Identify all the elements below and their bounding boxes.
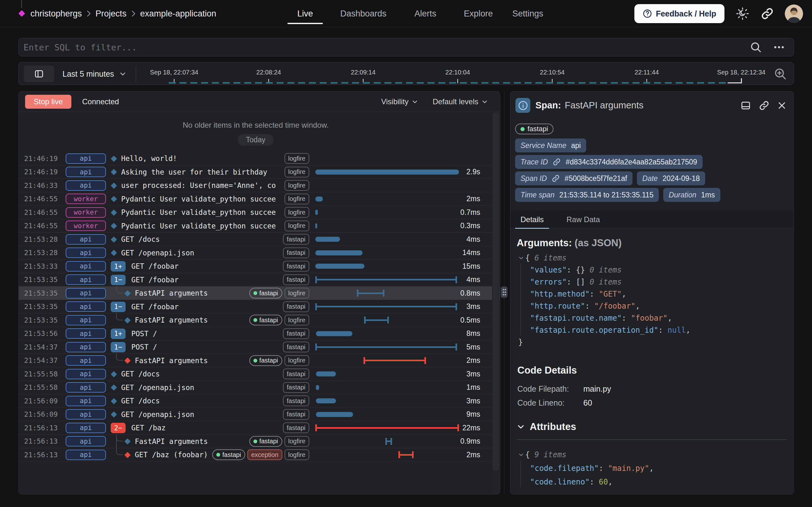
stop-live-button[interactable]: Stop live bbox=[25, 95, 71, 109]
share-link-icon[interactable] bbox=[761, 7, 774, 20]
collapse-badge[interactable]: 1− bbox=[111, 275, 125, 285]
logfire-logo-icon[interactable] bbox=[17, 9, 26, 18]
service-pill-api[interactable]: api bbox=[66, 153, 106, 164]
theme-toggle-icon[interactable] bbox=[735, 6, 750, 21]
service-pill-api[interactable]: api bbox=[66, 342, 106, 352]
collapse-badge[interactable]: 1+ bbox=[111, 329, 125, 339]
tag-fastapi[interactable]: fastapi bbox=[249, 355, 282, 366]
service-pill-api[interactable]: api bbox=[66, 355, 106, 366]
trace-row[interactable]: 21:53:28apiGET /docsfastapi4ms bbox=[19, 233, 500, 246]
trace-row[interactable]: 21:53:35apiFastAPI argumentsfastapilogfi… bbox=[19, 314, 500, 327]
span-duration-bar[interactable] bbox=[316, 385, 319, 390]
breadcrumb-projects[interactable]: Projects bbox=[96, 9, 126, 19]
service-pill-api[interactable]: api bbox=[66, 288, 106, 298]
span-duration-bar[interactable] bbox=[315, 237, 340, 242]
span-duration-bracket[interactable] bbox=[315, 424, 459, 431]
span-duration-bar[interactable] bbox=[315, 250, 362, 256]
trace-row[interactable]: 21:54:37api1−POST /fastapi5ms bbox=[19, 340, 500, 354]
tag-logfire[interactable]: logfire bbox=[285, 288, 309, 298]
trace-row[interactable]: 21:46:19apiHello, world!logfire bbox=[19, 152, 500, 165]
feedback-help-button[interactable]: Feedback / Help bbox=[635, 4, 724, 23]
trace-row[interactable]: 21:56:09apiGET /openapi.jsonfastapi9ms bbox=[19, 408, 500, 421]
link-icon[interactable] bbox=[553, 158, 561, 166]
trace-row[interactable]: 21:53:33api1+GET /foobarfastapi15ms bbox=[19, 260, 500, 273]
span-duration-bracket[interactable] bbox=[357, 290, 385, 297]
tab-live[interactable]: Live bbox=[287, 0, 323, 27]
search-icon[interactable] bbox=[750, 41, 762, 53]
service-tag-fastapi[interactable]: fastapi bbox=[515, 124, 554, 134]
tag-fastapi[interactable]: fastapi bbox=[249, 288, 282, 298]
trace-row[interactable]: 21:46:55workerPydantic User validate_pyt… bbox=[19, 219, 500, 233]
span-duration-bracket[interactable] bbox=[398, 451, 414, 458]
trace-row[interactable]: 21:46:55workerPydantic User validate_pyt… bbox=[19, 192, 500, 206]
tag-fastapi[interactable]: fastapi bbox=[283, 409, 309, 420]
trace-row[interactable]: 21:56:13api2−GET /bazfastapi22ms bbox=[19, 421, 500, 435]
tag-logfire[interactable]: logfire bbox=[285, 355, 309, 366]
service-pill-api[interactable]: api bbox=[66, 328, 106, 339]
trace-row[interactable]: 21:53:28apiGET /openapi.jsonfastapi14ms bbox=[19, 246, 500, 260]
tab-explore[interactable]: Explore bbox=[461, 0, 495, 27]
breadcrumb-project[interactable]: example-application bbox=[140, 9, 216, 19]
sidebar-toggle-button[interactable] bbox=[24, 66, 54, 82]
json-collapse-caret[interactable] bbox=[518, 452, 525, 458]
span-duration-bracket[interactable] bbox=[315, 276, 457, 283]
service-pill-api[interactable]: api bbox=[66, 247, 106, 258]
trace-row[interactable]: 21:56:13apiFastAPI argumentsfastapilogfi… bbox=[19, 435, 500, 448]
service-pill-api[interactable]: api bbox=[66, 409, 106, 419]
collapse-badge[interactable]: 1− bbox=[111, 342, 125, 352]
service-pill-api[interactable]: api bbox=[66, 396, 106, 406]
service-pill-api[interactable]: api bbox=[66, 436, 106, 447]
service-pill-worker[interactable]: worker bbox=[66, 207, 106, 218]
today-button[interactable]: Today bbox=[238, 134, 273, 146]
service-pill-worker[interactable]: worker bbox=[66, 193, 106, 204]
trace-row[interactable]: 21:53:35api1−GET /foobarfastapi4ms bbox=[19, 273, 500, 287]
tag-fastapi[interactable]: fastapi bbox=[212, 449, 245, 460]
span-duration-bracket[interactable] bbox=[364, 317, 389, 324]
attributes-section-toggle[interactable]: Attributes bbox=[517, 421, 576, 433]
time-range-dropdown[interactable]: Last 5 minutes bbox=[62, 62, 126, 85]
visibility-dropdown[interactable]: Visibility bbox=[381, 97, 418, 106]
span-duration-bar[interactable] bbox=[316, 398, 336, 403]
timeline-activity-track[interactable] bbox=[169, 82, 728, 83]
tag-fastapi[interactable]: fastapi bbox=[283, 261, 309, 272]
tag-fastapi[interactable]: fastapi bbox=[283, 274, 309, 285]
trace-row[interactable]: 21:55:58apiGET /openapi.jsonfastapi1ms bbox=[19, 381, 500, 395]
zoom-in-icon[interactable] bbox=[773, 67, 787, 81]
span-duration-bar[interactable] bbox=[315, 264, 364, 269]
tab-alerts[interactable]: Alerts bbox=[411, 0, 440, 27]
trace-row[interactable]: 21:46:19apiAsking the user for their bir… bbox=[19, 165, 500, 179]
span-duration-bracket[interactable] bbox=[315, 343, 457, 350]
service-pill-api[interactable]: api bbox=[66, 234, 106, 245]
dock-bottom-icon[interactable] bbox=[740, 100, 751, 111]
panel-resize-handle[interactable] bbox=[501, 286, 507, 298]
tag-fastapi[interactable]: fastapi bbox=[249, 436, 282, 447]
trace-row[interactable]: 21:55:58apiGET /docsfastapi3ms bbox=[19, 367, 500, 381]
span-duration-bracket[interactable] bbox=[363, 357, 426, 364]
span-duration-bracket[interactable] bbox=[386, 438, 392, 445]
trace-row[interactable]: 21:46:55workerPydantic User validate_pyt… bbox=[19, 206, 500, 219]
trace-row[interactable]: 21:53:56api1+POST /fastapi8ms bbox=[19, 327, 500, 341]
service-pill-api[interactable]: api bbox=[66, 315, 106, 326]
service-pill-api[interactable]: api bbox=[66, 301, 106, 312]
tag-fastapi[interactable]: fastapi bbox=[283, 395, 309, 406]
span-duration-bar[interactable] bbox=[315, 223, 317, 228]
detail-tab-details[interactable]: Details bbox=[515, 210, 549, 228]
trace-row[interactable]: 21:56:13apiGET /baz (foobar)fastapiexcep… bbox=[19, 448, 500, 462]
span-duration-bar[interactable] bbox=[316, 331, 352, 336]
link-icon[interactable] bbox=[552, 174, 560, 182]
tag-logfire[interactable]: logfire bbox=[285, 449, 309, 460]
tab-settings[interactable]: Settings bbox=[511, 0, 544, 27]
trace-row[interactable]: 21:53:35api1−GET /foobarfastapi3ms bbox=[19, 300, 500, 314]
service-pill-api[interactable]: api bbox=[66, 180, 106, 191]
scrollbar-thumb[interactable] bbox=[493, 113, 499, 471]
tag-logfire[interactable]: logfire bbox=[285, 221, 309, 231]
service-pill-api[interactable]: api bbox=[66, 261, 106, 272]
collapse-badge[interactable]: 1+ bbox=[111, 261, 125, 272]
default-levels-dropdown[interactable]: Default levels bbox=[433, 97, 488, 106]
more-options-icon[interactable] bbox=[773, 41, 785, 54]
tag-logfire[interactable]: logfire bbox=[285, 436, 309, 447]
span-duration-bar[interactable] bbox=[316, 372, 336, 377]
tag-fastapi[interactable]: fastapi bbox=[283, 234, 309, 245]
copy-link-icon[interactable] bbox=[759, 100, 769, 111]
collapse-badge[interactable]: 1− bbox=[111, 302, 125, 312]
